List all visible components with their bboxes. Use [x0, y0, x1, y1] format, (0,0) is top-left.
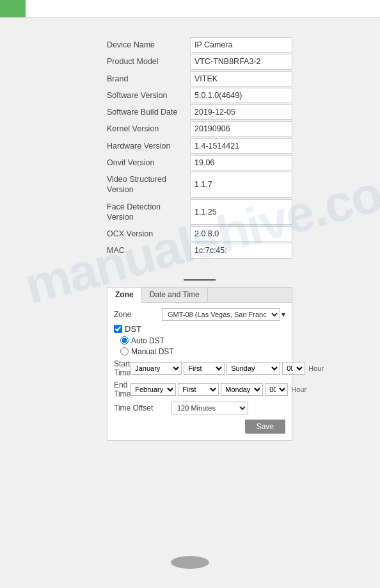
- top-bar-green-accent: [0, 0, 26, 17]
- end-hour-unit: Hour: [291, 386, 306, 393]
- tab-date-time[interactable]: Date and Time: [142, 288, 208, 302]
- info-row: Device NameIP Camera: [107, 37, 292, 53]
- info-value: VTC-TNB8RFA3-2: [190, 54, 292, 69]
- time-offset-select[interactable]: 30 Minutes 60 Minutes 90 Minutes 120 Min…: [171, 402, 248, 414]
- info-label: Product Model: [107, 54, 190, 69]
- main-content: Device NameIP CameraProduct ModelVTC-TNB…: [0, 18, 380, 441]
- info-row: Hardware Version1.4-1514421: [107, 138, 292, 154]
- info-value: VITEK: [190, 71, 292, 86]
- tz-body: Zone GMT-08 (Las Vegas, San Francisco, V…: [107, 303, 292, 440]
- save-row: Save: [114, 420, 285, 434]
- info-row: Product ModelVTC-TNB8RFA3-2: [107, 54, 292, 69]
- start-time-label: Start Time: [114, 359, 131, 377]
- info-label: Software Version: [107, 88, 190, 103]
- info-value: 1.1.7: [190, 172, 292, 198]
- time-offset-row: Time Offset 30 Minutes 60 Minutes 90 Min…: [114, 402, 285, 414]
- info-label: Brand: [107, 71, 190, 86]
- timezone-section: Zone Date and Time Zone GMT-08 (Las Vega…: [107, 287, 292, 441]
- auto-dst-label: Auto DST: [131, 336, 164, 345]
- start-hour-unit: Hour: [308, 364, 324, 372]
- info-value: 20190906: [190, 121, 292, 136]
- info-value: 19.06: [190, 155, 292, 170]
- tab-zone[interactable]: Zone: [107, 288, 142, 303]
- info-row: Software Version5.0.1.0(4649): [107, 88, 292, 103]
- bottom-oval: [171, 556, 209, 569]
- info-value: 1c:7c:45:: [190, 243, 292, 258]
- end-time-label: End Time: [114, 380, 131, 398]
- info-value: 1.1.25: [190, 199, 292, 225]
- dst-radio-group: Auto DST Manual DST: [120, 336, 285, 356]
- start-time-row: Start Time JanuaryFebruaryMarchApril May…: [114, 359, 285, 377]
- info-row: BrandVITEK: [107, 71, 292, 86]
- info-row: Video Structured Version1.1.7: [107, 172, 292, 198]
- info-label: OCX Version: [107, 226, 190, 241]
- info-row: MAC1c:7c:45:: [107, 243, 292, 258]
- dst-checkbox[interactable]: [114, 325, 122, 333]
- end-time-row: End Time JanuaryFebruaryMarch FirstSecon…: [114, 380, 285, 398]
- info-label: Face Detection Version: [107, 199, 190, 225]
- save-button[interactable]: Save: [245, 420, 285, 434]
- manual-dst-radio[interactable]: [120, 347, 129, 355]
- info-label: Hardware Version: [107, 138, 190, 154]
- start-hour-select[interactable]: 000102: [282, 362, 305, 375]
- zone-select[interactable]: GMT-08 (Las Vegas, San Francisco, Vancou…: [162, 308, 280, 321]
- info-row: Software Build Date2019-12-05: [107, 104, 292, 120]
- info-label: Software Build Date: [107, 104, 190, 120]
- info-value: 1.4-1514421: [190, 138, 292, 154]
- zone-dropdown-icon: ▾: [281, 310, 285, 319]
- auto-dst-row: Auto DST: [120, 336, 285, 345]
- section-divider: [184, 279, 216, 281]
- zone-label: Zone: [114, 310, 162, 319]
- info-row: OCX Version2.0.8.0: [107, 226, 292, 241]
- start-week-select[interactable]: FirstSecondThirdFourthLast: [184, 362, 225, 375]
- info-label: Onvif Version: [107, 155, 190, 170]
- end-month-select[interactable]: JanuaryFebruaryMarch: [131, 383, 176, 396]
- start-month-select[interactable]: JanuaryFebruaryMarchApril MayJuneJulyAug…: [131, 362, 182, 375]
- dst-checkbox-row: DST: [114, 324, 285, 334]
- time-offset-label: Time Offset: [114, 404, 171, 412]
- info-row: Kernel Version20190906: [107, 121, 292, 136]
- tab-bar: Zone Date and Time: [107, 288, 292, 303]
- top-bar: [0, 0, 380, 18]
- info-label: Video Structured Version: [107, 172, 190, 198]
- info-value: 2.0.8.0: [190, 226, 292, 241]
- end-hour-select[interactable]: 0001: [265, 383, 288, 396]
- info-value: 5.0.1.0(4649): [190, 88, 292, 103]
- info-label: Kernel Version: [107, 121, 190, 136]
- info-value: 2019-12-05: [190, 104, 292, 120]
- info-label: MAC: [107, 243, 190, 258]
- info-row: Onvif Version19.06: [107, 155, 292, 170]
- end-day-select[interactable]: SundayMonday: [221, 383, 263, 396]
- info-label: Device Name: [107, 37, 190, 53]
- start-day-select[interactable]: SundayMondayTuesdayWednesday ThursdayFri…: [226, 362, 280, 375]
- info-row: Face Detection Version1.1.25: [107, 199, 292, 225]
- zone-row: Zone GMT-08 (Las Vegas, San Francisco, V…: [114, 308, 285, 321]
- manual-dst-label: Manual DST: [131, 347, 174, 356]
- auto-dst-radio[interactable]: [120, 336, 129, 345]
- manual-dst-row: Manual DST: [120, 347, 285, 356]
- device-info-table: Device NameIP CameraProduct ModelVTC-TNB…: [107, 37, 292, 260]
- dst-label: DST: [125, 324, 141, 334]
- end-week-select[interactable]: FirstSecond: [178, 383, 219, 396]
- info-value: IP Camera: [190, 37, 292, 53]
